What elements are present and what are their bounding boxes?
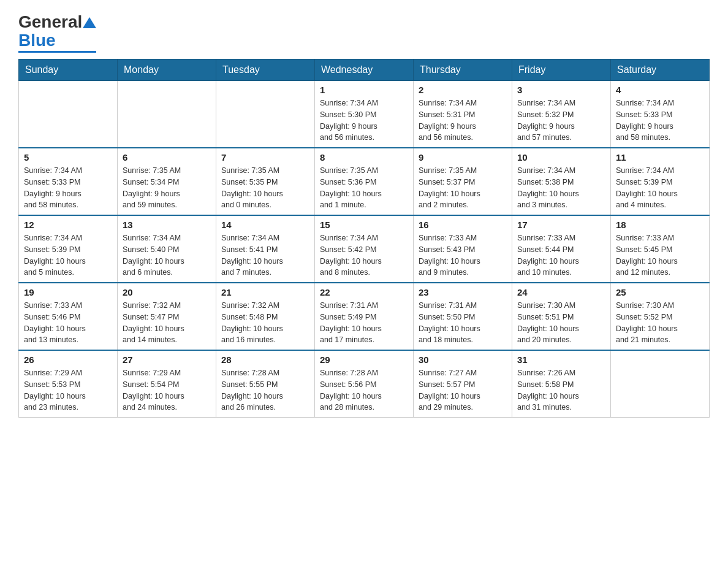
day-number: 14 — [221, 220, 309, 230]
calendar-day-cell: 21Sunrise: 7:32 AMSunset: 5:48 PMDayligh… — [216, 283, 315, 350]
calendar-day-cell — [118, 81, 216, 148]
calendar-header-sunday: Sunday — [19, 59, 118, 81]
day-number: 27 — [123, 354, 211, 365]
calendar-week-row: 5Sunrise: 7:34 AMSunset: 5:33 PMDaylight… — [19, 148, 710, 215]
calendar-day-cell: 20Sunrise: 7:32 AMSunset: 5:47 PMDayligh… — [118, 283, 216, 350]
calendar-day-cell — [19, 81, 118, 148]
logo-general-text: General — [18, 12, 82, 32]
day-info: Sunrise: 7:33 AMSunset: 5:43 PMDaylight:… — [419, 232, 507, 278]
day-number: 11 — [616, 152, 704, 163]
calendar-day-cell: 8Sunrise: 7:35 AMSunset: 5:36 PMDaylight… — [315, 148, 414, 215]
day-number: 2 — [419, 85, 507, 95]
day-number: 4 — [616, 85, 704, 95]
day-number: 19 — [24, 287, 112, 297]
day-info: Sunrise: 7:35 AMSunset: 5:35 PMDaylight:… — [221, 165, 309, 211]
day-info: Sunrise: 7:34 AMSunset: 5:38 PMDaylight:… — [517, 165, 605, 211]
calendar-day-cell: 23Sunrise: 7:31 AMSunset: 5:50 PMDayligh… — [414, 283, 512, 350]
day-info: Sunrise: 7:34 AMSunset: 5:32 PMDaylight:… — [517, 98, 605, 144]
day-info: Sunrise: 7:33 AMSunset: 5:44 PMDaylight:… — [517, 232, 605, 278]
day-info: Sunrise: 7:34 AMSunset: 5:31 PMDaylight:… — [419, 98, 507, 144]
calendar-day-cell: 26Sunrise: 7:29 AMSunset: 5:53 PMDayligh… — [19, 350, 118, 418]
day-info: Sunrise: 7:29 AMSunset: 5:54 PMDaylight:… — [123, 367, 211, 413]
calendar-day-cell: 6Sunrise: 7:35 AMSunset: 5:34 PMDaylight… — [118, 148, 216, 215]
day-info: Sunrise: 7:28 AMSunset: 5:55 PMDaylight:… — [221, 367, 309, 413]
day-info: Sunrise: 7:34 AMSunset: 5:30 PMDaylight:… — [320, 98, 408, 144]
day-number: 23 — [419, 287, 507, 297]
calendar-day-cell: 11Sunrise: 7:34 AMSunset: 5:39 PMDayligh… — [611, 148, 710, 215]
calendar-day-cell: 7Sunrise: 7:35 AMSunset: 5:35 PMDaylight… — [216, 148, 315, 215]
calendar-header-thursday: Thursday — [414, 59, 512, 81]
day-info: Sunrise: 7:30 AMSunset: 5:52 PMDaylight:… — [616, 300, 704, 346]
day-number: 9 — [419, 152, 507, 163]
day-info: Sunrise: 7:34 AMSunset: 5:39 PMDaylight:… — [616, 165, 704, 211]
day-info: Sunrise: 7:33 AMSunset: 5:46 PMDaylight:… — [24, 300, 112, 346]
calendar-day-cell: 31Sunrise: 7:26 AMSunset: 5:58 PMDayligh… — [512, 350, 611, 418]
day-number: 30 — [419, 354, 507, 365]
day-info: Sunrise: 7:34 AMSunset: 5:40 PMDaylight:… — [123, 232, 211, 278]
day-info: Sunrise: 7:35 AMSunset: 5:37 PMDaylight:… — [419, 165, 507, 211]
calendar-day-cell: 29Sunrise: 7:28 AMSunset: 5:56 PMDayligh… — [315, 350, 414, 418]
calendar-day-cell: 19Sunrise: 7:33 AMSunset: 5:46 PMDayligh… — [19, 283, 118, 350]
calendar-day-cell: 4Sunrise: 7:34 AMSunset: 5:33 PMDaylight… — [611, 81, 710, 148]
calendar-day-cell: 13Sunrise: 7:34 AMSunset: 5:40 PMDayligh… — [118, 215, 216, 283]
day-info: Sunrise: 7:35 AMSunset: 5:36 PMDaylight:… — [320, 165, 408, 211]
day-number: 12 — [24, 220, 112, 230]
day-info: Sunrise: 7:32 AMSunset: 5:48 PMDaylight:… — [221, 300, 309, 346]
logo-underline — [18, 51, 96, 53]
day-number: 22 — [320, 287, 408, 297]
day-info: Sunrise: 7:34 AMSunset: 5:33 PMDaylight:… — [24, 165, 112, 211]
day-info: Sunrise: 7:33 AMSunset: 5:45 PMDaylight:… — [616, 232, 704, 278]
logo-triangle-icon — [83, 16, 96, 29]
day-info: Sunrise: 7:31 AMSunset: 5:50 PMDaylight:… — [419, 300, 507, 346]
calendar-day-cell: 25Sunrise: 7:30 AMSunset: 5:52 PMDayligh… — [611, 283, 710, 350]
calendar-day-cell: 18Sunrise: 7:33 AMSunset: 5:45 PMDayligh… — [611, 215, 710, 283]
calendar-day-cell — [611, 350, 710, 418]
day-number: 10 — [517, 152, 605, 163]
day-number: 5 — [24, 152, 112, 163]
day-number: 8 — [320, 152, 408, 163]
calendar-day-cell: 5Sunrise: 7:34 AMSunset: 5:33 PMDaylight… — [19, 148, 118, 215]
day-number: 29 — [320, 354, 408, 365]
calendar-header-saturday: Saturday — [611, 59, 710, 81]
day-number: 6 — [123, 152, 211, 163]
day-number: 16 — [419, 220, 507, 230]
svg-marker-0 — [83, 17, 96, 28]
day-number: 31 — [517, 354, 605, 365]
calendar-day-cell: 1Sunrise: 7:34 AMSunset: 5:30 PMDaylight… — [315, 81, 414, 148]
calendar-table: SundayMondayTuesdayWednesdayThursdayFrid… — [18, 59, 710, 418]
calendar-day-cell: 28Sunrise: 7:28 AMSunset: 5:55 PMDayligh… — [216, 350, 315, 418]
day-number: 24 — [517, 287, 605, 297]
day-info: Sunrise: 7:34 AMSunset: 5:42 PMDaylight:… — [320, 232, 408, 278]
calendar-day-cell: 17Sunrise: 7:33 AMSunset: 5:44 PMDayligh… — [512, 215, 611, 283]
logo: General Blue — [18, 12, 96, 53]
calendar-day-cell: 15Sunrise: 7:34 AMSunset: 5:42 PMDayligh… — [315, 215, 414, 283]
day-info: Sunrise: 7:30 AMSunset: 5:51 PMDaylight:… — [517, 300, 605, 346]
calendar-day-cell: 9Sunrise: 7:35 AMSunset: 5:37 PMDaylight… — [414, 148, 512, 215]
logo-blue-text: Blue — [18, 31, 56, 50]
day-info: Sunrise: 7:34 AMSunset: 5:39 PMDaylight:… — [24, 232, 112, 278]
calendar-day-cell: 14Sunrise: 7:34 AMSunset: 5:41 PMDayligh… — [216, 215, 315, 283]
calendar-header-wednesday: Wednesday — [315, 59, 414, 81]
day-info: Sunrise: 7:26 AMSunset: 5:58 PMDaylight:… — [517, 367, 605, 413]
calendar-week-row: 1Sunrise: 7:34 AMSunset: 5:30 PMDaylight… — [19, 81, 710, 148]
day-number: 21 — [221, 287, 309, 297]
calendar-week-row: 19Sunrise: 7:33 AMSunset: 5:46 PMDayligh… — [19, 283, 710, 350]
calendar-day-cell: 2Sunrise: 7:34 AMSunset: 5:31 PMDaylight… — [414, 81, 512, 148]
day-number: 13 — [123, 220, 211, 230]
calendar-day-cell: 22Sunrise: 7:31 AMSunset: 5:49 PMDayligh… — [315, 283, 414, 350]
day-number: 3 — [517, 85, 605, 95]
calendar-header-row: SundayMondayTuesdayWednesdayThursdayFrid… — [19, 59, 710, 81]
day-info: Sunrise: 7:27 AMSunset: 5:57 PMDaylight:… — [419, 367, 507, 413]
day-info: Sunrise: 7:28 AMSunset: 5:56 PMDaylight:… — [320, 367, 408, 413]
calendar-day-cell: 3Sunrise: 7:34 AMSunset: 5:32 PMDaylight… — [512, 81, 611, 148]
header: General Blue — [18, 12, 710, 53]
calendar-day-cell: 10Sunrise: 7:34 AMSunset: 5:38 PMDayligh… — [512, 148, 611, 215]
day-info: Sunrise: 7:34 AMSunset: 5:33 PMDaylight:… — [616, 98, 704, 144]
calendar-day-cell: 30Sunrise: 7:27 AMSunset: 5:57 PMDayligh… — [414, 350, 512, 418]
day-info: Sunrise: 7:31 AMSunset: 5:49 PMDaylight:… — [320, 300, 408, 346]
calendar-header-friday: Friday — [512, 59, 611, 81]
calendar-day-cell — [216, 81, 315, 148]
calendar-header-tuesday: Tuesday — [216, 59, 315, 81]
day-info: Sunrise: 7:29 AMSunset: 5:53 PMDaylight:… — [24, 367, 112, 413]
day-info: Sunrise: 7:32 AMSunset: 5:47 PMDaylight:… — [123, 300, 211, 346]
